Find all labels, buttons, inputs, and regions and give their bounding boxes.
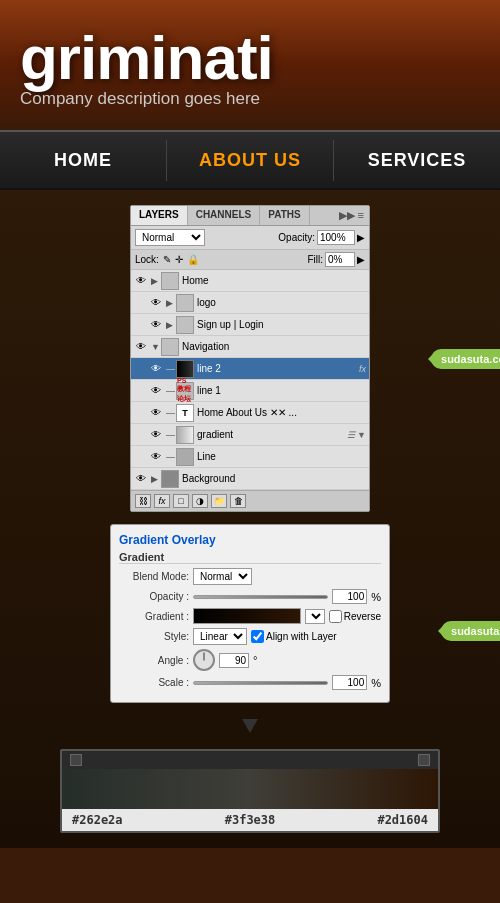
layer-folder-icon[interactable]: 📁 <box>211 494 227 508</box>
layer-visibility-home[interactable]: 👁 <box>134 274 148 288</box>
gradient-section-title: Gradient <box>119 551 381 564</box>
blend-mode-label: Blend Mode: <box>119 571 189 582</box>
tab-paths[interactable]: PATHS <box>260 206 309 225</box>
opacity-value[interactable] <box>332 589 367 604</box>
gradient-style-select2[interactable] <box>305 609 325 624</box>
layer-visibility-line2[interactable]: 👁 <box>149 362 163 376</box>
opacity-label: Opacity : <box>119 591 189 602</box>
color-stop-right[interactable] <box>418 754 430 766</box>
layer-visibility-signup[interactable]: 👁 <box>149 318 163 332</box>
layer-thumb-gradient <box>176 426 194 444</box>
layer-visibility-bg[interactable]: 👁 <box>134 472 148 486</box>
layer-visibility-logo[interactable]: 👁 <box>149 296 163 310</box>
layer-name-signup: Sign up | Login <box>197 319 366 330</box>
gradient-panel-title: Gradient Overlay <box>119 533 381 547</box>
color-bar-wrapper: #262e2a #3f3e38 #2d1604 <box>15 749 485 833</box>
layer-row-background[interactable]: 👁 ▶ Background <box>131 468 369 490</box>
reverse-checkbox[interactable] <box>329 610 342 623</box>
layer-row-line1[interactable]: 👁 — PS教程论坛 line 1 <box>131 380 369 402</box>
scale-unit: % <box>371 677 381 689</box>
panel-menu-icon[interactable]: ▶▶ ≡ <box>334 206 369 225</box>
nav-item-home[interactable]: HOME <box>0 140 167 181</box>
style-row: Style: Linear Align with Layer <box>119 628 381 645</box>
scale-value[interactable] <box>332 675 367 690</box>
layers-blend-row: Normal Opacity: ▶ <box>131 226 369 250</box>
nav-item-about[interactable]: ABOUT US <box>167 140 334 181</box>
align-checkbox-wrap: Align with Layer <box>251 630 337 643</box>
tab-layers[interactable]: LAYERS <box>131 206 188 225</box>
scale-label: Scale : <box>119 677 189 688</box>
layer-thumb-line1: PS教程论坛 <box>176 382 194 400</box>
layer-mask-icon[interactable]: □ <box>173 494 189 508</box>
layer-adj-icon[interactable]: ◑ <box>192 494 208 508</box>
layer-expand-logo[interactable]: ▶ <box>166 298 176 308</box>
layer-link-icon[interactable]: ⛓ <box>135 494 151 508</box>
layer-expand-line2: — <box>166 364 176 374</box>
fill-label: Fill: <box>307 254 323 265</box>
layer-row-line2[interactable]: 👁 — line 2 fx <box>131 358 369 380</box>
layer-expand-signup[interactable]: ▶ <box>166 320 176 330</box>
layer-expand-bg[interactable]: ▶ <box>151 474 161 484</box>
gradient-preview[interactable] <box>193 608 301 624</box>
layer-visibility-nav[interactable]: 👁 <box>134 340 148 354</box>
layer-trash-icon[interactable]: 🗑 <box>230 494 246 508</box>
navigation: HOME ABOUT US SERVICES <box>0 130 500 190</box>
layer-visibility-text[interactable]: 👁 <box>149 406 163 420</box>
angle-line <box>204 653 205 661</box>
layer-visibility-gradient[interactable]: 👁 <box>149 428 163 442</box>
gradient-color-bar <box>62 769 438 809</box>
gradient-blend-select[interactable]: Normal <box>193 568 252 585</box>
nav-item-services[interactable]: SERVICES <box>334 140 500 181</box>
reverse-checkbox-wrap: Reverse <box>329 610 381 623</box>
layer-name-line: Line <box>197 451 366 462</box>
opacity-slider[interactable] <box>193 595 328 599</box>
layer-visibility-line1[interactable]: 👁 <box>149 384 163 398</box>
layers-bottom-bar: ⛓ fx □ ◑ 📁 🗑 <box>131 490 369 511</box>
color-stop-left[interactable] <box>70 754 82 766</box>
layer-name-logo: logo <box>197 297 366 308</box>
angle-unit: ° <box>253 654 257 666</box>
layer-row-logo[interactable]: 👁 ▶ logo <box>131 292 369 314</box>
layer-expand-line: — <box>166 452 176 462</box>
align-checkbox[interactable] <box>251 630 264 643</box>
layer-visibility-line[interactable]: 👁 <box>149 450 163 464</box>
fill-input[interactable] <box>325 252 355 267</box>
opacity-input[interactable] <box>317 230 355 245</box>
angle-dial[interactable] <box>193 649 215 671</box>
lock-edit-icon[interactable]: ✎ <box>163 254 171 265</box>
color-bar-section: #262e2a #3f3e38 #2d1604 <box>60 749 440 833</box>
opacity-label: Opacity: <box>278 232 315 243</box>
layer-row-line[interactable]: 👁 — Line <box>131 446 369 468</box>
arrow-indicator <box>15 715 485 737</box>
layer-thumb-line <box>176 448 194 466</box>
color-bar-top-icons <box>62 751 438 769</box>
tab-channels[interactable]: CHANNELS <box>188 206 261 225</box>
color-label-center: #3f3e38 <box>225 813 276 827</box>
opacity-arrow[interactable]: ▶ <box>357 232 365 243</box>
align-label: Align with Layer <box>266 631 337 642</box>
layer-expand-home[interactable]: ▶ <box>151 276 161 286</box>
layer-row-navigation[interactable]: 👁 ▼ Navigation <box>131 336 369 358</box>
layer-thumb-nav <box>161 338 179 356</box>
layer-row-signup[interactable]: 👁 ▶ Sign up | Login <box>131 314 369 336</box>
layer-row-home[interactable]: 👁 ▶ Home <box>131 270 369 292</box>
lock-all-icon[interactable]: 🔒 <box>187 254 199 265</box>
layer-name-bg: Background <box>182 473 366 484</box>
fill-arrow[interactable]: ▶ <box>357 254 365 265</box>
blend-mode-select[interactable]: Normal <box>135 229 205 246</box>
layer-fx-icon[interactable]: fx <box>154 494 170 508</box>
style-select[interactable]: Linear <box>193 628 247 645</box>
layer-expand-nav[interactable]: ▼ <box>151 342 161 352</box>
layer-row-gradient[interactable]: 👁 — gradient ☰ ▼ <box>131 424 369 446</box>
site-subtitle: Company description goes here <box>20 89 500 109</box>
scale-slider[interactable] <box>193 681 328 685</box>
layer-row-text[interactable]: 👁 — T Home About Us ✕✕ ... <box>131 402 369 424</box>
layer-name-line1: line 1 <box>197 385 366 396</box>
angle-value[interactable] <box>219 653 249 668</box>
style-label: Style: <box>119 631 189 642</box>
main-content: LAYERS CHANNELS PATHS ▶▶ ≡ Normal Opacit… <box>0 190 500 848</box>
layers-panel-wrapper: LAYERS CHANNELS PATHS ▶▶ ≡ Normal Opacit… <box>15 205 485 512</box>
gradient-row: Gradient : Reverse <box>119 608 381 624</box>
lock-move-icon[interactable]: ✛ <box>175 254 183 265</box>
site-title: griminati <box>20 22 500 93</box>
